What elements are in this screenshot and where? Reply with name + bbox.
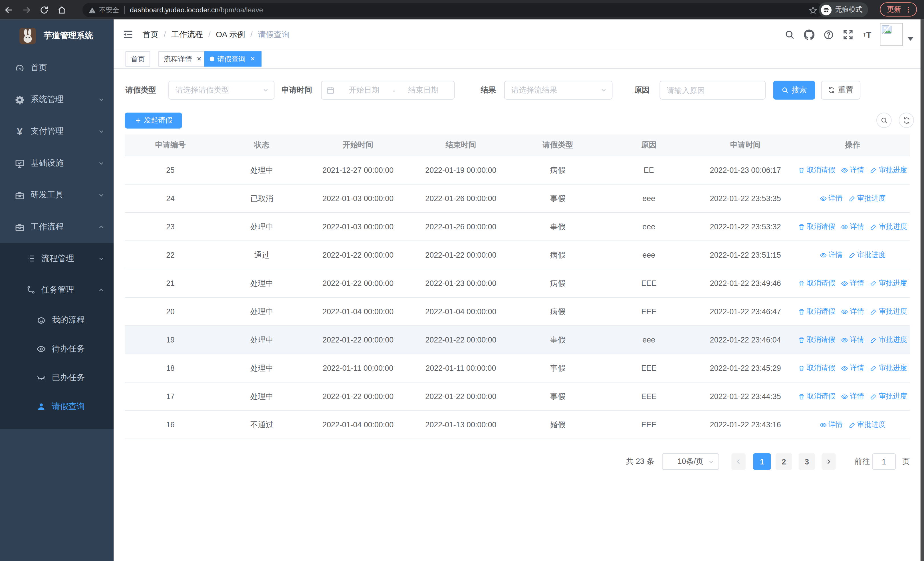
action-eye[interactable]: 详情: [819, 420, 842, 430]
result-select[interactable]: 请选择流结果: [504, 81, 613, 100]
action-eye[interactable]: 详情: [819, 250, 842, 260]
hamburger-icon[interactable]: [122, 29, 134, 40]
update-chip[interactable]: 更新: [880, 2, 917, 17]
table-row[interactable]: 16不通过2022-01-04 00:00:002022-01-13 00:00…: [125, 411, 910, 439]
avatar-caret-icon[interactable]: [908, 37, 914, 40]
page-button-2[interactable]: 2: [776, 453, 792, 470]
sidebar-item-task-mgmt[interactable]: 任务管理: [0, 274, 114, 305]
reason-input[interactable]: [660, 81, 765, 100]
sidebar-item-my-process[interactable]: 我的流程: [0, 305, 114, 334]
sidebar-item-devtools[interactable]: 研发工具: [0, 179, 114, 211]
apply-time-range-picker[interactable]: 开始日期 - 结束日期: [321, 81, 454, 100]
sidebar-item-infra[interactable]: 基础设施: [0, 147, 114, 179]
sidebar-item-workflow[interactable]: 工作流程: [0, 211, 114, 243]
table-row[interactable]: 25处理中2021-12-27 00:00:002022-01-19 00:00…: [125, 156, 910, 185]
action-eye[interactable]: 详情: [841, 222, 864, 232]
table-row[interactable]: 17处理中2022-01-22 00:00:002022-01-22 00:00…: [125, 382, 910, 411]
breadcrumb-item[interactable]: 首页: [142, 29, 158, 40]
action-trash[interactable]: 取消请假: [798, 165, 835, 175]
cell-type: 事假: [513, 213, 602, 241]
fullscreen-icon[interactable]: [842, 29, 853, 40]
avatar[interactable]: [880, 23, 903, 46]
table-row[interactable]: 21处理中2022-01-22 00:00:002022-01-23 00:00…: [125, 269, 910, 298]
action-edit[interactable]: 审批进度: [870, 363, 907, 373]
sidebar-item-payment[interactable]: ¥ 支付管理: [0, 116, 114, 147]
close-icon[interactable]: ✕: [195, 56, 202, 63]
action-edit[interactable]: 审批进度: [870, 391, 907, 401]
tab-process-detail[interactable]: 流程详情 ✕: [158, 51, 208, 67]
pagination-total: 共 23 条: [626, 453, 654, 470]
action-trash[interactable]: 取消请假: [798, 278, 835, 288]
create-leave-button[interactable]: 发起请假: [125, 113, 182, 129]
table-row[interactable]: 22通过2022-01-22 00:00:002022-01-22 00:00:…: [125, 241, 910, 269]
table-row[interactable]: 18处理中2022-01-11 00:00:002022-01-11 00:00…: [125, 354, 910, 382]
action-trash[interactable]: 取消请假: [798, 222, 835, 232]
font-size-icon[interactable]: TT: [861, 29, 873, 40]
action-edit[interactable]: 审批进度: [870, 278, 907, 288]
sidebar-item-system[interactable]: 系统管理: [0, 84, 114, 116]
cell-apply_time: 2022-01-23 00:06:17: [695, 156, 795, 184]
toggle-search-button[interactable]: [876, 113, 892, 128]
sidebar-item-leave-query[interactable]: 请假查询: [0, 392, 114, 421]
action-eye[interactable]: 详情: [841, 391, 864, 401]
cell-status: 处理中: [216, 354, 308, 382]
action-trash[interactable]: 取消请假: [798, 307, 835, 316]
prev-page-button[interactable]: [731, 453, 746, 470]
action-edit[interactable]: 审批进度: [870, 307, 907, 316]
next-page-button[interactable]: [822, 453, 836, 470]
search-icon[interactable]: [784, 29, 795, 40]
action-edit[interactable]: 审批进度: [870, 335, 907, 345]
sidebar-logo[interactable]: 芋道管理系统: [0, 20, 114, 52]
help-icon[interactable]: [823, 29, 834, 40]
page-button-1[interactable]: 1: [753, 453, 771, 470]
table-row[interactable]: 24已取消2022-01-03 00:00:002022-01-26 00:00…: [125, 185, 910, 213]
table-row[interactable]: 19处理中2022-01-22 00:00:002022-01-22 00:00…: [125, 326, 910, 354]
window-scrollbar[interactable]: [921, 20, 924, 561]
action-edit[interactable]: 审批进度: [848, 250, 885, 260]
page-button-3[interactable]: 3: [799, 453, 815, 470]
cell-start: 2022-01-22 00:00:00: [308, 269, 408, 297]
action-edit[interactable]: 审批进度: [848, 420, 885, 430]
forward-icon[interactable]: [18, 2, 35, 18]
action-eye[interactable]: 详情: [819, 193, 842, 203]
github-icon[interactable]: [803, 29, 814, 40]
cell-start: 2022-01-22 00:00:00: [308, 382, 408, 410]
table-row[interactable]: 23处理中2022-01-03 00:00:002022-01-26 00:00…: [125, 213, 910, 241]
close-icon[interactable]: ✕: [249, 56, 256, 63]
breadcrumb-item[interactable]: 工作流程: [171, 29, 203, 40]
table-row[interactable]: 20处理中2022-01-04 00:00:002022-01-04 00:00…: [125, 298, 910, 326]
address-bar[interactable]: 不安全 dashboard.yudao.iocoder.cn/bpm/oa/le…: [82, 3, 823, 17]
action-eye[interactable]: 详情: [841, 335, 864, 345]
sidebar-item-home[interactable]: 首页: [0, 52, 114, 84]
action-trash[interactable]: 取消请假: [798, 335, 835, 345]
action-eye[interactable]: 详情: [841, 307, 864, 316]
action-edit[interactable]: 审批进度: [870, 165, 907, 175]
bookmark-star-icon[interactable]: [809, 6, 818, 15]
search-button[interactable]: 搜索: [773, 81, 815, 100]
action-edit[interactable]: 审批进度: [870, 222, 907, 232]
sidebar-item-label: 首页: [30, 63, 47, 73]
action-edit[interactable]: 审批进度: [848, 193, 885, 203]
page-size-select[interactable]: 10条/页: [662, 453, 719, 470]
sidebar-item-todo-tasks[interactable]: 待办任务: [0, 334, 114, 363]
leave-type-select[interactable]: 请选择请假类型: [168, 81, 274, 100]
breadcrumb-item[interactable]: OA 示例: [216, 29, 245, 40]
action-trash[interactable]: 取消请假: [798, 363, 835, 373]
tab-leave-query[interactable]: 请假查询 ✕: [204, 51, 261, 67]
home-icon[interactable]: [53, 2, 71, 18]
action-eye[interactable]: 详情: [841, 278, 864, 288]
cell-type: 事假: [513, 185, 602, 212]
sidebar: 芋道管理系统 首页 系统管理 ¥ 支付管理 基础设施: [0, 20, 114, 561]
tab-home[interactable]: 首页: [126, 51, 150, 67]
back-icon[interactable]: [0, 2, 18, 18]
reload-icon[interactable]: [35, 2, 53, 18]
reset-button[interactable]: 重置: [821, 81, 860, 100]
action-eye[interactable]: 详情: [841, 165, 864, 175]
action-eye[interactable]: 详情: [841, 363, 864, 373]
sidebar-item-process-mgmt[interactable]: 流程管理: [0, 243, 114, 274]
action-trash[interactable]: 取消请假: [798, 391, 835, 401]
sidebar-item-done-tasks[interactable]: 已办任务: [0, 363, 114, 392]
goto-page-input[interactable]: [872, 453, 896, 470]
refresh-table-button[interactable]: [898, 113, 914, 128]
tags-bar: 首页 流程详情 ✕ 请假查询 ✕: [114, 50, 924, 69]
